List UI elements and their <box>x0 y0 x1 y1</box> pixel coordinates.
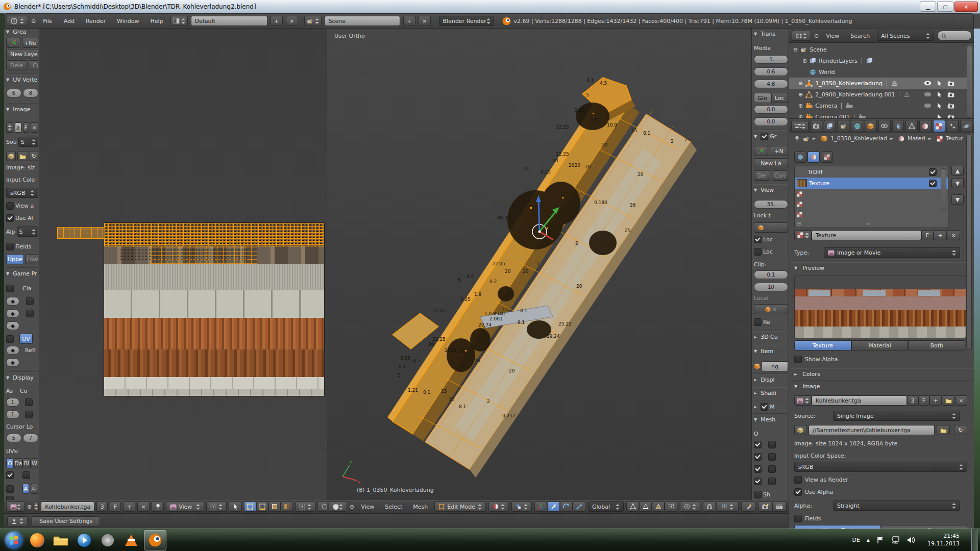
blender-taskbar-icon[interactable] <box>144 530 166 550</box>
uv-draw-white-button[interactable]: W <box>31 458 38 468</box>
cursor-x-field[interactable]: 5 <box>6 434 21 442</box>
close-button[interactable]: × <box>954 2 978 12</box>
grease-new-button-vp[interactable]: +N <box>770 146 788 156</box>
collapse-icon[interactable]: ▼ <box>6 30 9 34</box>
world-textures-tab[interactable] <box>794 152 806 163</box>
alpha-mode-select[interactable]: Straight <box>833 500 960 511</box>
lock-camera-checkbox[interactable] <box>754 236 762 243</box>
section-motion[interactable]: M <box>770 404 775 410</box>
grease-delete-button[interactable]: Dele <box>6 60 27 70</box>
pack-image-button[interactable] <box>794 425 806 435</box>
select-arrow-icon[interactable] <box>937 91 942 97</box>
preview-texture-tab[interactable]: Texture <box>794 340 851 350</box>
select-mode-vertex-button[interactable] <box>244 502 256 512</box>
context-object-tab[interactable] <box>865 120 877 132</box>
maximize-button[interactable]: ▢ <box>937 2 953 12</box>
reload-image-button[interactable]: ↻ <box>954 425 967 435</box>
select-mode-edge-button[interactable] <box>256 502 268 512</box>
show-desktop-button[interactable] <box>971 529 978 551</box>
section-display-vp[interactable]: Displ <box>761 377 774 383</box>
breadcrumb-object[interactable]: 1_0350_Kohleverlad <box>830 135 887 142</box>
outliner-row-scene[interactable]: ⊖ Scene <box>789 44 968 55</box>
clip-end-field[interactable]: 10 <box>754 283 788 291</box>
section-colors[interactable]: Colors <box>802 371 820 378</box>
unlink-image-button[interactable]: × <box>31 122 38 133</box>
median-z-field[interactable]: 4.8 <box>754 80 788 88</box>
scene-browse-button[interactable] <box>304 16 322 26</box>
upper-first-button[interactable]: Uppe <box>6 254 24 264</box>
outliner-row-object2[interactable]: ⊕ 2_0900_Kohleverladung.001 <box>789 89 968 100</box>
viewport-shading-select[interactable] <box>488 502 509 512</box>
mesh-display-checkbox[interactable] <box>768 465 776 473</box>
menu-view[interactable]: View <box>357 504 378 510</box>
texture-type-select[interactable]: Image or Movie <box>824 247 960 258</box>
context-renderlayers-tab[interactable] <box>824 120 836 132</box>
grease-draw-button[interactable] <box>6 38 20 48</box>
menu-help[interactable]: Help <box>146 18 167 24</box>
edge-select-button[interactable] <box>639 502 652 512</box>
new-image-button[interactable]: + <box>123 502 135 512</box>
image-fake-user-button[interactable]: F <box>918 395 929 406</box>
slot-move-down-button[interactable]: ▼ <box>951 178 964 188</box>
view-as-render-checkbox[interactable] <box>794 476 802 484</box>
snap-toggle-button[interactable] <box>703 502 716 512</box>
opengl-render-anim-button[interactable] <box>772 502 787 512</box>
new-image-icon[interactable]: ⊕ <box>27 504 32 510</box>
clamp-checkbox[interactable] <box>6 285 14 292</box>
scene-name-field[interactable]: Scene <box>325 16 400 26</box>
game-checkbox[interactable] <box>26 310 34 317</box>
clip-start-field[interactable]: 0.1 <box>754 270 788 279</box>
mesh-display-checkbox[interactable] <box>754 465 762 473</box>
fields-checkbox[interactable] <box>794 515 802 522</box>
uv-image-canvas[interactable] <box>39 29 327 500</box>
convert-button-vp[interactable]: Con <box>772 170 788 181</box>
uv-option-checkbox[interactable] <box>6 496 14 500</box>
vertex-select-button[interactable] <box>626 502 639 512</box>
uv-stretch-a-button[interactable]: A <box>22 484 29 494</box>
uv-draw-dash-button[interactable]: Da <box>14 458 22 468</box>
select-mode-face-button[interactable] <box>268 502 281 512</box>
save-user-settings-button[interactable]: Save User Settings <box>32 516 100 527</box>
grease-draw-button-vp[interactable] <box>754 146 768 156</box>
menu-mesh[interactable]: Mesh <box>409 504 432 510</box>
rotation-field2[interactable]: 0.0 <box>754 117 788 126</box>
local-button[interactable]: Loc <box>771 93 789 103</box>
context-physics-tab[interactable] <box>960 120 972 132</box>
scene-delete-button[interactable]: × <box>419 16 431 26</box>
mesh-display-checkbox[interactable] <box>754 478 762 485</box>
fields-checkbox[interactable] <box>6 243 14 251</box>
reload-image-button[interactable]: ↻ <box>30 151 38 161</box>
render-restrict-icon[interactable] <box>947 103 954 109</box>
volume-icon[interactable] <box>907 536 916 544</box>
editor-type-prefs-button[interactable] <box>7 516 28 527</box>
layout-delete-button[interactable]: × <box>286 16 298 26</box>
outliner-row-renderlayers[interactable]: ⊕ RenderLayers <box>789 55 968 66</box>
mesh-display-checkbox[interactable] <box>768 478 776 485</box>
render-border-checkbox[interactable] <box>754 318 762 326</box>
slot-list-scrollbar[interactable] <box>941 168 946 210</box>
filepath-field[interactable]: //Sammeltexturen\Kohlebunker.tga <box>808 425 935 435</box>
alpha-mode-select[interactable]: S <box>17 227 38 237</box>
texture-slot-list[interactable]: TrDiff Texture ⊕ = <box>794 166 948 228</box>
outliner-search-input[interactable] <box>937 31 972 41</box>
taskbar-clock[interactable]: 21:45 19.11.2013 <box>927 533 960 548</box>
context-modifiers-tab[interactable] <box>892 120 904 132</box>
snap-element-select[interactable] <box>716 502 739 512</box>
menu-add[interactable]: Add <box>60 18 79 24</box>
browse-file-button[interactable] <box>937 425 950 435</box>
item-name-field[interactable]: ng <box>762 361 788 371</box>
section-image[interactable]: Image <box>802 383 820 390</box>
menu-render[interactable]: Render <box>82 18 110 24</box>
game-checkbox[interactable] <box>6 335 14 343</box>
colorspace-select[interactable]: sRGB <box>794 462 967 472</box>
image-name-field[interactable]: Kohlebunker.tga <box>41 502 94 512</box>
delete-button-vp[interactable]: Del <box>754 170 770 181</box>
context-data-tab[interactable] <box>905 120 918 132</box>
open-image-button[interactable] <box>17 151 28 161</box>
collapse-menus-icon[interactable]: ⊖ <box>350 504 354 510</box>
outliner-menu-view[interactable]: View <box>822 33 843 39</box>
section-3d-cursor[interactable]: 3D Cu <box>761 334 778 340</box>
mesh-display-checkbox[interactable] <box>754 441 762 448</box>
pack-image-button[interactable] <box>6 151 16 161</box>
pin-button[interactable] <box>152 502 164 512</box>
